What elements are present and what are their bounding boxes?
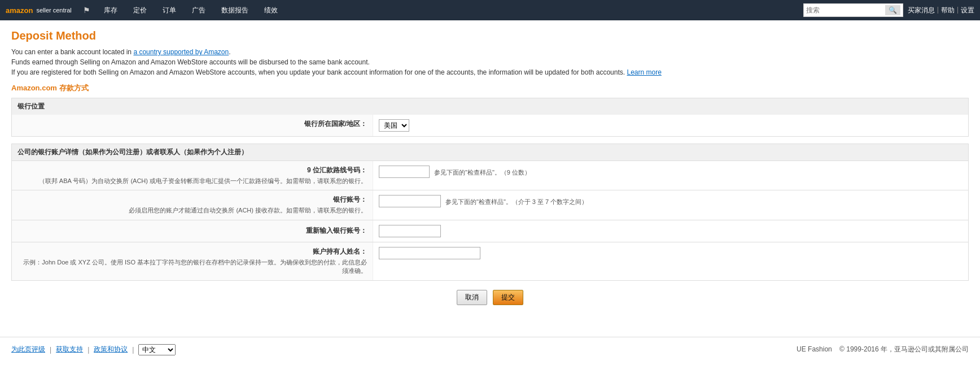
routing-label: 9 位汇款路线号码： [18,166,367,175]
country-row: 银行所在国家/地区： 美国 [11,115,969,137]
desc2: Funds earned through Selling on Amazon a… [11,58,969,66]
footer: 为此页评级 | 获取支持 | 政策和协议 | 中文 English UE Fas… [0,337,980,362]
footer-rate-link[interactable]: 为此页评级 [11,345,45,354]
country-link[interactable]: a country supported by Amazon [133,48,229,56]
holder-desc: 示例：John Doe 或 XYZ 公司。使用 ISO 基本拉丁字符与您的银行在… [18,258,367,276]
footer-policy-link[interactable]: 政策和协议 [94,345,128,354]
bank-account-label: 银行账号： [18,195,367,205]
desc1: You can enter a bank account located in … [11,48,969,56]
country-select[interactable]: 美国 [379,119,409,132]
logo: amazon seller central [6,6,72,15]
bank-location-header: 银行位置 [11,98,969,115]
desc1-end: . [229,48,230,56]
bank-account-desc: 必须启用您的账户才能通过自动交换所 (ACH) 接收存款。如需帮助，请联系您的银… [129,206,367,215]
footer-brand: UE Fashion [797,345,832,353]
country-input-cell: 美国 [373,115,968,136]
submit-button[interactable]: 提交 [493,290,523,305]
routing-desc: （联邦 ABA 号码）为自动交换所 (ACH) 或电子资金转帐而非电汇提供一个汇… [39,177,367,185]
sep2: | [957,6,959,15]
footer-language: 中文 English [138,344,176,355]
header-buyer-messages[interactable]: 买家消息 [908,6,935,15]
reenter-input[interactable] [379,225,441,237]
nav-orders[interactable]: 订单 [160,5,178,16]
nav-ads[interactable]: 广告 [190,5,208,16]
country-label: 银行所在国家/地区： [12,115,373,136]
page-title: Deposit Method [11,29,969,42]
bank-location-section: 银行位置 银行所在国家/地区： 美国 [11,98,969,137]
routing-label-cell: 9 位汇款路线号码： （联邦 ABA 号码）为自动交换所 (ACH) 或电子资金… [12,161,373,190]
language-select[interactable]: 中文 English [138,344,176,355]
reenter-label: 重新输入银行账号： [18,226,367,236]
nav-performance[interactable]: 绩效 [262,5,280,16]
bank-account-label-cell: 银行账号： 必须启用您的账户才能通过自动交换所 (ACH) 接收存款。如需帮助，… [12,190,373,219]
flag-icon: ⚑ [83,6,90,15]
nav-pricing[interactable]: 定价 [131,5,149,16]
desc1-text: You can enter a bank account located in [11,48,133,56]
company-section-header: 公司的银行账户详情（如果作为公司注册）或者联系人（如果作为个人注册） [11,144,969,161]
holder-label: 账户持有人姓名： [18,247,367,257]
nav-reports[interactable]: 数据报告 [219,5,251,16]
header-links: 买家消息 | 帮助 | 设置 [908,6,974,15]
holder-input-cell [373,242,968,280]
header-right: 🔍 买家消息 | 帮助 | 设置 [803,3,974,17]
cancel-button[interactable]: 取消 [457,290,487,305]
bank-account-hint: 参见下面的"检查样品"。（介于 3 至 7 个数字之间） [445,198,588,206]
footer-support-link[interactable]: 获取支持 [56,345,83,354]
main-content: Deposit Method You can enter a bank acco… [0,20,980,314]
search-input[interactable] [806,6,885,14]
button-row: 取消 提交 [11,290,969,305]
routing-row: 9 位汇款路线号码： （联邦 ABA 号码）为自动交换所 (ACH) 或电子资金… [11,161,969,190]
reenter-input-cell [373,220,968,242]
header: amazon seller central ⚑ 库存 定价 订单 广告 数据报告… [0,0,980,20]
footer-right: UE Fashion © 1999-2016 年，亚马逊公司或其附属公司 [797,345,969,354]
learn-more-link[interactable]: Learn more [627,68,661,76]
search-button[interactable]: 🔍 [885,5,900,15]
logo-seller: seller central [36,7,71,14]
nav-inventory[interactable]: 库存 [102,5,120,16]
holder-label-cell: 账户持有人姓名： 示例：John Doe 或 XYZ 公司。使用 ISO 基本拉… [12,242,373,280]
routing-hint: 参见下面的"检查样品"。（9 位数） [434,168,531,177]
footer-copyright: © 1999-2016 年，亚马逊公司或其附属公司 [839,345,969,353]
bank-account-input[interactable] [379,195,441,207]
footer-left: 为此页评级 | 获取支持 | 政策和协议 | 中文 English [11,344,176,355]
routing-input-cell: 参见下面的"检查样品"。（9 位数） [373,161,968,190]
desc3: If you are registered for both Selling o… [11,68,969,76]
holder-input[interactable] [379,247,480,259]
logo-amazon: amazon [6,6,33,15]
amazon-section-title: Amazon.com 存款方式 [11,83,969,93]
routing-input[interactable] [379,166,430,178]
header-settings[interactable]: 设置 [961,6,974,15]
bank-account-input-cell: 参见下面的"检查样品"。（介于 3 至 7 个数字之间） [373,190,968,219]
company-section: 公司的银行账户详情（如果作为公司注册）或者联系人（如果作为个人注册） 9 位汇款… [11,144,969,281]
header-help[interactable]: 帮助 [941,6,955,15]
bank-account-input-row: 参见下面的"检查样品"。（介于 3 至 7 个数字之间） [379,195,963,207]
sep1: | [937,6,939,15]
bank-account-row: 银行账号： 必须启用您的账户才能通过自动交换所 (ACH) 接收存款。如需帮助，… [11,190,969,220]
reenter-row: 重新输入银行账号： [11,220,969,242]
search-box: 🔍 [803,3,903,17]
desc3-text: If you are registered for both Selling o… [11,68,625,76]
routing-input-row: 参见下面的"检查样品"。（9 位数） [379,166,963,178]
reenter-label-cell: 重新输入银行账号： [12,220,373,242]
holder-row: 账户持有人姓名： 示例：John Doe 或 XYZ 公司。使用 ISO 基本拉… [11,242,969,281]
